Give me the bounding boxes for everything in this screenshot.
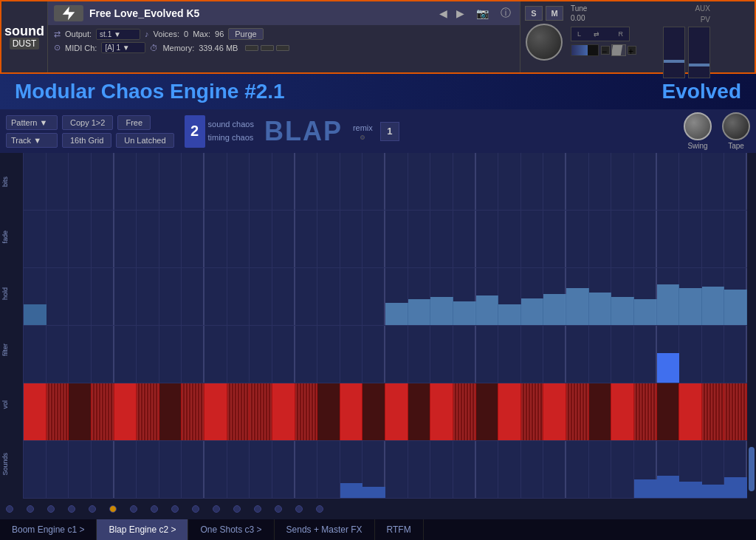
grid-cell[interactable] — [114, 441, 137, 498]
grid-cell[interactable] — [92, 326, 114, 383]
latch-btn[interactable]: Un Latched — [116, 133, 173, 148]
grid-cell[interactable] — [521, 326, 544, 383]
grid-cell[interactable] — [611, 153, 634, 210]
grid-cell[interactable] — [182, 211, 205, 267]
trigger-cell[interactable] — [543, 383, 566, 440]
grid-cell[interactable] — [47, 326, 69, 383]
grid-cell[interactable] — [114, 326, 137, 383]
trigger-cell[interactable] — [159, 383, 182, 440]
midi-select[interactable]: [A] 1 — [101, 42, 145, 53]
tune-knob[interactable] — [526, 24, 563, 61]
minus-btn[interactable]: − — [601, 46, 610, 55]
grid-cell[interactable] — [340, 153, 363, 210]
grid-cell[interactable] — [69, 153, 92, 210]
pattern-select[interactable]: Pattern — [6, 115, 58, 130]
grid-cell[interactable] — [92, 153, 114, 210]
grid-cell[interactable] — [521, 441, 544, 498]
trigger-cell[interactable] — [272, 383, 295, 440]
tab-item[interactable]: Blap Engine c2 > — [97, 519, 188, 540]
grid-cell[interactable] — [137, 268, 159, 325]
track-select[interactable]: Track — [6, 133, 58, 148]
tab-item[interactable]: Boom Engine c1 > — [0, 519, 97, 540]
grid-btn[interactable]: 16th Grid — [62, 133, 111, 148]
grid-cell[interactable] — [295, 326, 318, 383]
grid-cell[interactable] — [657, 211, 680, 267]
grid-cell[interactable] — [589, 153, 612, 210]
swing-knob[interactable] — [684, 112, 712, 140]
grid-cell[interactable] — [543, 326, 566, 383]
grid-cell[interactable] — [543, 153, 566, 210]
grid-cell[interactable] — [679, 326, 702, 383]
grid-cell[interactable] — [47, 153, 69, 210]
pan-slider[interactable]: L ⇄ R — [571, 27, 630, 41]
num-btn[interactable]: 1 — [380, 122, 399, 141]
grid-cell[interactable] — [589, 441, 612, 498]
m-btn[interactable]: M — [546, 6, 563, 21]
vol-main-slider[interactable] — [688, 27, 710, 78]
grid-cell[interactable] — [159, 153, 182, 210]
grid-cell[interactable] — [430, 326, 453, 383]
grid-cell[interactable] — [362, 268, 385, 325]
grid-cell[interactable] — [498, 211, 521, 267]
trigger-cell[interactable] — [114, 383, 137, 440]
trigger-cell[interactable] — [205, 383, 227, 440]
grid-cell[interactable] — [114, 268, 137, 325]
grid-cell[interactable] — [340, 268, 363, 325]
grid-cell[interactable] — [137, 153, 159, 210]
trigger-cell[interactable] — [724, 383, 747, 440]
grid-cell[interactable] — [702, 211, 725, 267]
grid-cell[interactable] — [159, 211, 182, 267]
free-btn[interactable]: Free — [117, 115, 151, 130]
trigger-cell[interactable] — [362, 383, 385, 440]
trigger-cell[interactable] — [521, 383, 544, 440]
grid-cell[interactable] — [182, 268, 205, 325]
grid-cell[interactable] — [317, 153, 340, 210]
grid-cell[interactable] — [317, 441, 340, 498]
output-select[interactable]: st.1 — [96, 29, 140, 40]
grid-cell[interactable] — [92, 211, 114, 267]
trigger-cell[interactable] — [295, 383, 318, 440]
grid-cell[interactable] — [227, 153, 250, 210]
playback-dot[interactable] — [316, 505, 323, 513]
grid-cell[interactable] — [317, 268, 340, 325]
vol-slider-mini[interactable] — [571, 44, 599, 56]
grid-cell[interactable] — [543, 211, 566, 267]
grid-cell[interactable] — [362, 153, 385, 210]
trigger-cell[interactable] — [634, 383, 657, 440]
grid-cell[interactable] — [476, 326, 499, 383]
playback-dot[interactable] — [275, 505, 282, 513]
grid-cell[interactable] — [159, 268, 182, 325]
grid-cell[interactable] — [702, 326, 725, 383]
trigger-cell[interactable] — [611, 383, 634, 440]
grid-cell[interactable] — [47, 211, 69, 267]
trigger-cell[interactable] — [182, 383, 205, 440]
grid-cell[interactable] — [611, 211, 634, 267]
grid-cell[interactable] — [137, 326, 159, 383]
grid-cell[interactable] — [408, 441, 431, 498]
grid-cell[interactable] — [295, 268, 318, 325]
grid-cell[interactable] — [250, 211, 272, 267]
grid-cell[interactable] — [634, 153, 657, 210]
grid-cell[interactable] — [272, 268, 295, 325]
grid-cell[interactable] — [611, 441, 634, 498]
trigger-cell[interactable] — [69, 383, 92, 440]
scrollbar-thumb[interactable] — [749, 447, 755, 491]
grid-cell[interactable] — [182, 153, 205, 210]
playback-dot[interactable] — [254, 505, 261, 513]
grid-cell[interactable] — [634, 211, 657, 267]
grid-cell[interactable] — [272, 211, 295, 267]
grid-cell[interactable] — [205, 326, 227, 383]
playback-dot[interactable] — [171, 505, 179, 513]
grid-cell[interactable] — [340, 211, 363, 267]
playback-dot[interactable] — [295, 505, 303, 513]
grid-cell[interactable] — [317, 211, 340, 267]
trigger-cell[interactable] — [317, 383, 340, 440]
grid-cell[interactable] — [521, 153, 544, 210]
grid-cell[interactable] — [566, 153, 589, 210]
grid-cell[interactable] — [702, 153, 725, 210]
grid-cell[interactable] — [137, 211, 159, 267]
grid-cell[interactable] — [657, 153, 680, 210]
trigger-cell[interactable] — [566, 383, 589, 440]
grid-cell[interactable] — [227, 441, 250, 498]
grid-cell[interactable] — [430, 153, 453, 210]
